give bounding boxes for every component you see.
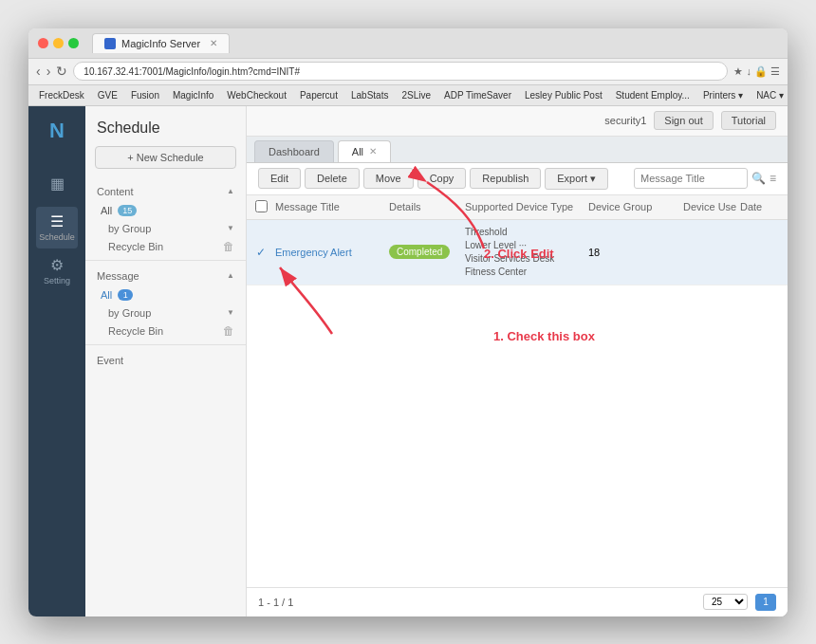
nav-title: Schedule [85, 106, 246, 146]
content-icon: ▦ [50, 175, 65, 193]
filter-icon[interactable]: ≡ [770, 172, 776, 185]
app-container: N ▦ ☰ Schedule ⚙ Setting Schedule + New … [28, 106, 788, 616]
setting-icon: ⚙ [50, 256, 64, 274]
url-input[interactable] [73, 62, 728, 81]
export-button[interactable]: Export ▾ [545, 168, 608, 190]
content-tabs: Dashboard All ✕ [247, 137, 788, 163]
message-recycle-icon: 🗑 [223, 324, 234, 338]
col-use-header: Device Use [683, 201, 740, 212]
table-row: ✓ Emergency Alert Completed Threshold Lo… [247, 220, 788, 285]
main-content: security1 Sign out Tutorial Dashboard Al… [247, 106, 788, 616]
url-bar: ‹ › ↻ ★ ↓ 🔒 ☰ [28, 59, 788, 85]
header-right: security1 Sign out Tutorial [604, 111, 776, 130]
tutorial-button[interactable]: Tutorial [721, 111, 776, 130]
traffic-lights [38, 38, 79, 48]
forward-button[interactable]: › [46, 64, 51, 79]
search-area: 🔍 ≡ [634, 168, 776, 189]
browser-tab[interactable]: MagicInfo Server ✕ [92, 33, 230, 53]
nav-section-content: Content ▲ [85, 180, 246, 201]
tab-all-close-icon[interactable]: ✕ [369, 146, 377, 156]
pagination-info: 1 - 1 / 1 [258, 597, 695, 608]
sidebar-item-schedule[interactable]: ☰ Schedule [36, 207, 78, 248]
app-logo: N [40, 114, 74, 148]
content-header-bar: security1 Sign out Tutorial [247, 106, 788, 137]
search-input[interactable] [634, 168, 748, 189]
search-icon[interactable]: 🔍 [751, 172, 766, 185]
tab-all-label: All [352, 146, 363, 157]
bookmarks-bar: FreckDesk GVE Fusion MagicInfo WebChecko… [28, 85, 788, 106]
message-group-chevron-icon: ▼ [227, 308, 234, 317]
col-group-header: Device Group [588, 201, 683, 212]
bookmark-labstats[interactable]: LabStats [346, 89, 393, 101]
pagination: 1 - 1 / 1 25 50 100 1 [247, 587, 788, 616]
move-button[interactable]: Move [363, 168, 414, 189]
row-group: 18 [588, 247, 683, 258]
sign-out-button[interactable]: Sign out [654, 111, 713, 130]
nav-item-message-recycle[interactable]: Recycle Bin 🗑 [85, 322, 246, 340]
nav-item-content-by-group[interactable]: by Group ▼ [85, 220, 246, 237]
nav-divider-1 [85, 260, 246, 261]
device-type-list: Threshold Lower Level ··· Visitor Servic… [465, 226, 588, 279]
row-checkbox-cell: ✓ [247, 246, 275, 259]
maximize-dot[interactable] [68, 38, 79, 48]
nav-item-content-recycle[interactable]: Recycle Bin 🗑 [85, 237, 246, 256]
nav-item-message-all[interactable]: All 1 [85, 285, 246, 304]
page-number-button[interactable]: 1 [755, 594, 776, 611]
logo-text: N [49, 119, 65, 143]
col-date-header: Date [740, 201, 788, 212]
nav-panel: Schedule + New Schedule Content ▲ All 15… [85, 106, 247, 616]
table-area: Message Title Details Supported Device T… [247, 195, 788, 587]
bookmark-fusion[interactable]: Fusion [126, 89, 164, 101]
nav-divider-2 [85, 344, 246, 345]
recycle-bin-icon: 🗑 [223, 240, 234, 253]
bookmark-student[interactable]: Student Employ... [611, 89, 695, 101]
select-all-checkbox[interactable] [255, 200, 268, 212]
bookmark-lesley[interactable]: Lesley Public Post [520, 89, 607, 101]
tab-dashboard-label: Dashboard [269, 146, 320, 157]
page-size-select[interactable]: 25 50 100 [703, 594, 748, 610]
bookmark-nac[interactable]: NAC ▾ [751, 89, 788, 101]
bookmark-webcheckout[interactable]: WebCheckout [222, 89, 291, 101]
tab-all[interactable]: All ✕ [338, 140, 391, 162]
edit-button[interactable]: Edit [258, 168, 301, 189]
bookmark-printers[interactable]: Printers ▾ [698, 89, 748, 101]
title-bar: MagicInfo Server ✕ [28, 28, 788, 59]
schedule-icon: ☰ [50, 212, 64, 230]
nav-item-content-all[interactable]: All 15 [85, 201, 246, 220]
bookmark-papercut[interactable]: Papercut [295, 89, 343, 101]
url-icons: ★ ↓ 🔒 ☰ [733, 65, 780, 78]
status-badge: Completed [389, 245, 450, 259]
close-dot[interactable] [38, 38, 48, 48]
tab-favicon [104, 38, 116, 49]
nav-section-event: Event [85, 349, 246, 370]
nav-item-message-by-group[interactable]: by Group ▼ [85, 304, 246, 322]
table-header: Message Title Details Supported Device T… [247, 195, 788, 220]
copy-button[interactable]: Copy [417, 168, 467, 189]
tab-dashboard[interactable]: Dashboard [254, 140, 334, 162]
new-schedule-button[interactable]: + New Schedule [95, 146, 236, 169]
bookmark-magicinfo[interactable]: MagicInfo [168, 89, 218, 101]
row-title[interactable]: Emergency Alert [275, 247, 389, 258]
row-checkmark-icon: ✓ [256, 246, 266, 259]
tab-label: MagicInfo Server [121, 38, 200, 49]
sidebar-item-setting[interactable]: ⚙ Setting [36, 250, 78, 292]
toolbar: Edit Delete Move Copy Republish Export ▾… [247, 163, 788, 195]
message-chevron-icon: ▲ [227, 271, 234, 280]
bookmark-freckdesk[interactable]: FreckDesk [34, 89, 89, 101]
row-details: Completed [389, 245, 465, 259]
nav-section-message: Message ▲ [85, 265, 246, 285]
tab-close-button[interactable]: ✕ [210, 38, 217, 48]
back-button[interactable]: ‹ [36, 64, 41, 79]
bookmark-adp[interactable]: ADP TimeSaver [439, 89, 516, 101]
republish-button[interactable]: Republish [470, 168, 541, 189]
delete-button[interactable]: Delete [305, 168, 360, 189]
sidebar-item-content[interactable]: ▦ [36, 163, 78, 205]
sidebar-item-label-setting: Setting [44, 276, 70, 285]
refresh-button[interactable]: ↻ [56, 64, 67, 79]
bookmark-2slive[interactable]: 2SLive [397, 89, 436, 101]
minimize-dot[interactable] [53, 38, 64, 48]
user-label: security1 [604, 115, 646, 126]
bookmark-gve[interactable]: GVE [93, 89, 122, 101]
col-details-header: Details [389, 201, 465, 212]
sidebar-item-label-schedule: Schedule [39, 232, 75, 242]
